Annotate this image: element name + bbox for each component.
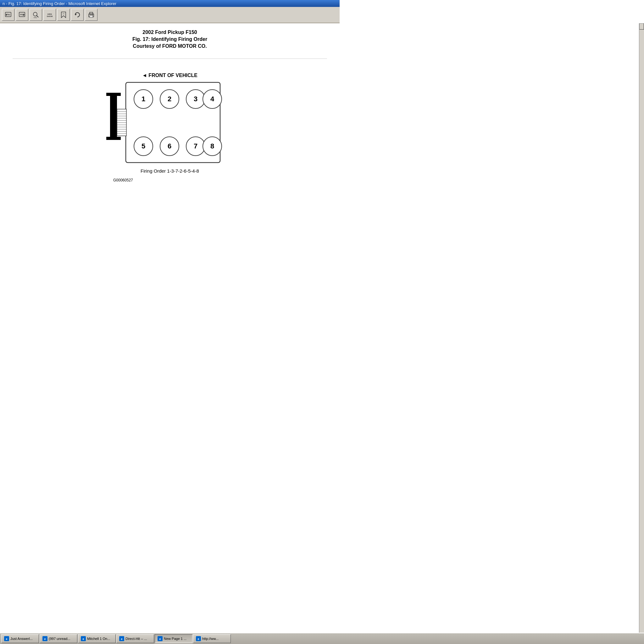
print-icon	[88, 11, 95, 18]
svg-line-7	[36, 15, 38, 17]
title-bar: n - Fig. 17: Identifying Firing Order - …	[0, 0, 340, 7]
cylinder-7-label: 7	[194, 142, 197, 150]
svg-text:FIN: FIN	[34, 17, 37, 18]
page-header: 2002 Ford Pickup F150 Fig. 17: Identifyi…	[13, 30, 327, 49]
firing-order-diagram: ◄ FRONT OF VEHICLE	[82, 65, 258, 185]
vehicle-title: 2002 Ford Pickup F150	[13, 30, 327, 35]
find-button[interactable]: FIN	[30, 9, 42, 21]
bookmark-icon	[60, 11, 67, 18]
svg-text:HIDE: HIDE	[47, 13, 52, 15]
cylinder-2-label: 2	[168, 95, 171, 103]
prev-fig-icon: FIG	[5, 11, 12, 18]
fig-title: Fig. 17: Identifying Firing Order	[13, 36, 327, 42]
svg-point-17	[92, 15, 93, 15]
crank-bar	[110, 93, 117, 140]
front-label: ◄ FRONT OF VEHICLE	[142, 73, 197, 78]
toolbar: FIG FIG FIN HIDE SHOW	[0, 7, 340, 23]
header-divider	[13, 58, 327, 59]
cylinder-4-label: 4	[210, 95, 214, 103]
diagram-container: ◄ FRONT OF VEHICLE	[13, 65, 327, 185]
refresh-icon	[74, 11, 81, 18]
svg-rect-16	[90, 16, 93, 17]
pulley-body	[117, 109, 126, 136]
bookmark-button[interactable]	[57, 9, 70, 21]
title-bar-text: n - Fig. 17: Identifying Firing Order - …	[3, 1, 116, 6]
next-fig-button[interactable]: FIG	[16, 9, 28, 21]
next-fig-icon: FIG	[19, 11, 25, 18]
refresh-button[interactable]	[71, 9, 84, 21]
find-icon: FIN	[32, 11, 39, 18]
crank-arm-top	[106, 93, 121, 96]
hide-show-icon: HIDE SHOW	[46, 11, 53, 18]
cylinder-3-label: 3	[194, 95, 197, 103]
svg-marker-5	[23, 14, 25, 16]
cylinder-5-label: 5	[142, 142, 145, 150]
cylinder-1-label: 1	[142, 95, 145, 103]
cylinder-6-label: 6	[168, 142, 171, 150]
svg-rect-15	[90, 12, 93, 14]
prev-fig-button[interactable]: FIG	[2, 9, 14, 21]
content-area: 2002 Ford Pickup F150 Fig. 17: Identifyi…	[0, 23, 340, 328]
courtesy-text: Courtesy of FORD MOTOR CO.	[13, 43, 327, 49]
print-button[interactable]	[85, 9, 97, 21]
svg-marker-13	[75, 14, 77, 15]
firing-order-text: Firing Order 1-3-7-2-6-5-4-8	[141, 168, 199, 174]
part-number: G00060527	[113, 178, 133, 182]
crank-arm-bottom	[106, 137, 121, 140]
hide-show-button[interactable]: HIDE SHOW	[43, 9, 56, 21]
cylinder-8-label: 8	[210, 142, 214, 150]
svg-marker-11	[61, 12, 66, 18]
svg-text:SHOW: SHOW	[47, 15, 53, 17]
